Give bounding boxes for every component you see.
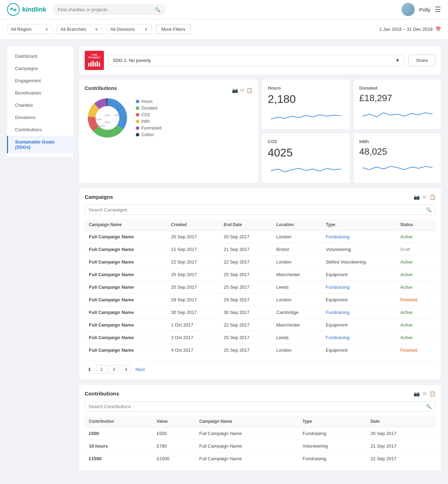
table-row: Full Campaign Name 30 Sep 2017 30 Sep 20… (85, 306, 435, 319)
page-2-button[interactable]: 2 (96, 365, 106, 374)
contributions-search-input[interactable] (89, 404, 426, 409)
divisions-filter-label: All Divisions (110, 27, 135, 32)
sidebar-item-beneficiaries[interactable]: Beneficiaries (7, 87, 74, 99)
user-name: Polly (419, 7, 430, 13)
contrib-copy-icon[interactable]: 📋 (429, 391, 435, 397)
cell-type: Equipment (322, 294, 396, 306)
contributions-donut-card: Contributions 📷 ✉ 📋 (79, 80, 258, 183)
cell-type: Fundraising (322, 306, 396, 319)
sidebar-item-campaigns[interactable]: Campaigns (7, 62, 74, 75)
contributions-actions: 📷 ✉ 📋 (232, 87, 252, 93)
col-status: Status (396, 219, 435, 231)
copy-icon[interactable]: 📋 (246, 87, 252, 93)
legend-label-donated: Donated (141, 106, 157, 111)
contributions-table: Contribution Value Campaign Name Type Da… (85, 416, 435, 465)
campaigns-camera-icon[interactable]: 📷 (414, 194, 420, 200)
branches-filter[interactable]: All Branches ▼ (57, 24, 102, 34)
campaigns-pagination: 1 2 3 4 Next (85, 361, 435, 374)
cell-campaign-name: Full Campaign Name (85, 331, 167, 344)
search-input[interactable] (58, 7, 153, 12)
cell-location: Bristol (272, 243, 321, 256)
co2-sparkline (268, 162, 344, 176)
cell-type: Volunteering (298, 440, 366, 453)
col-date: Date (366, 416, 435, 427)
cell-campaign-name: Full Campaign Name (85, 306, 167, 319)
sidebar-item-contributions[interactable]: Contributions (7, 124, 74, 136)
contributions-card-header: Contributions 📷 ✉ 📋 (85, 85, 252, 95)
svg-rect-8 (99, 63, 100, 66)
sdg-dropdown[interactable]: SDG 1: No poverty ▼ (108, 55, 404, 66)
table-row: Full Campaign Name 29 Sep 2017 29 Sep 20… (85, 294, 435, 306)
page-4-button[interactable]: 4 (121, 365, 131, 374)
legend-dot-cotton (136, 133, 139, 136)
avatar-image (401, 3, 415, 16)
page-1-button[interactable]: 1 (85, 365, 94, 373)
campaigns-search-container[interactable]: 🔍 (85, 205, 435, 215)
cell-location: Manchester (272, 319, 321, 331)
contributions-header: Contributions 📷 ✉ 📋 (85, 391, 435, 397)
divisions-filter[interactable]: All Divisions ▼ (106, 24, 152, 34)
contrib-email-icon[interactable]: ✉ (422, 391, 427, 397)
avatar (401, 3, 415, 16)
header: kindlink 🔍 Polly ☰ (0, 0, 448, 19)
sidebar-item-sdgs[interactable]: Sustainable Goals (SDGs) (7, 136, 74, 153)
region-filter[interactable]: All Region ▼ (7, 24, 52, 34)
campaigns-email-icon[interactable]: ✉ (422, 194, 427, 200)
campaigns-copy-icon[interactable]: 📋 (429, 194, 435, 200)
kwh-sparkline (359, 160, 436, 174)
cell-created: 20 Sep 2017 (167, 231, 219, 243)
cell-location: Leeds (272, 331, 321, 344)
cell-type: Fundraising (298, 453, 366, 465)
cell-campaign: Full Campaign Name (195, 453, 298, 465)
camera-icon[interactable]: 📷 (232, 87, 238, 93)
pagination-next-button[interactable]: Next (133, 365, 147, 373)
cell-status: Active (396, 306, 435, 319)
more-filters-button[interactable]: More Filters (156, 24, 191, 34)
cell-end-date: 21 Sep 2017 (219, 243, 272, 256)
legend-kwh: kWh (136, 119, 161, 124)
contributions-table-body: £500 £500 Full Campaign Name Fundraising… (85, 427, 435, 465)
email-icon[interactable]: ✉ (240, 87, 244, 93)
hamburger-menu[interactable]: ☰ (435, 5, 441, 14)
cell-created: 21 Sep 2017 (167, 243, 219, 256)
donated-value: £18,297 (359, 93, 436, 104)
sidebar-item-engagement[interactable]: Engagement (7, 75, 74, 87)
legend-dot-hours (136, 100, 139, 103)
cell-campaign: Full Campaign Name (195, 440, 298, 453)
calendar-icon[interactable]: 📅 (435, 27, 441, 32)
contrib-camera-icon[interactable]: 📷 (414, 391, 420, 397)
cell-created: 30 Sep 2017 (167, 306, 219, 319)
svg-text:1%: 1% (117, 120, 121, 123)
main-layout: Dashboard Campaigns Engagement Beneficia… (0, 40, 448, 477)
cell-status: Active (396, 231, 435, 243)
campaigns-section: Campaigns 📷 ✉ 📋 🔍 Campaign Name Created … (79, 188, 441, 379)
share-button[interactable]: Share (408, 55, 435, 66)
search-bar[interactable]: 🔍 (53, 5, 165, 14)
search-icon[interactable]: 🔍 (155, 7, 161, 12)
table-row: Full Campaign Name 25 Sep 2017 25 Sep 20… (85, 281, 435, 294)
col-type: Type (298, 416, 366, 427)
table-row: £500 £500 Full Campaign Name Fundraising… (85, 427, 435, 440)
svg-text:28%: 28% (105, 121, 110, 124)
cell-value: £780 (153, 440, 195, 453)
sidebar-item-donations[interactable]: Donations (7, 111, 74, 124)
table-row: Full Campaign Name 2 Oct 2017 25 Sep 201… (85, 331, 435, 344)
cell-location: Manchester (272, 268, 321, 281)
legend-label-co2: CO2 (141, 112, 150, 117)
hours-label: Hours (268, 85, 344, 91)
cell-type: Fundraising (322, 231, 396, 243)
contributions-section: Contributions 📷 ✉ 📋 🔍 Contribution Value… (79, 385, 441, 470)
page-3-button[interactable]: 3 (108, 365, 119, 374)
cell-end-date: 25 Sep 2017 (219, 268, 272, 281)
sidebar-item-dashboard[interactable]: Dashboard (7, 50, 74, 62)
campaigns-search-input[interactable] (89, 207, 426, 212)
stats-right: Hours 2,180 Donated £18,297 (262, 80, 441, 183)
cell-campaign-name: Full Campaign Name (85, 243, 167, 256)
sidebar-item-charities[interactable]: Charities (7, 99, 74, 111)
contributions-search-container[interactable]: 🔍 (85, 401, 435, 412)
col-type: Type (322, 219, 396, 231)
cell-created: 22 Sep 2017 (167, 256, 219, 268)
col-contribution: Contribution (85, 416, 153, 427)
cell-type: Fundraising (322, 281, 396, 294)
cell-status: Active (396, 319, 435, 331)
